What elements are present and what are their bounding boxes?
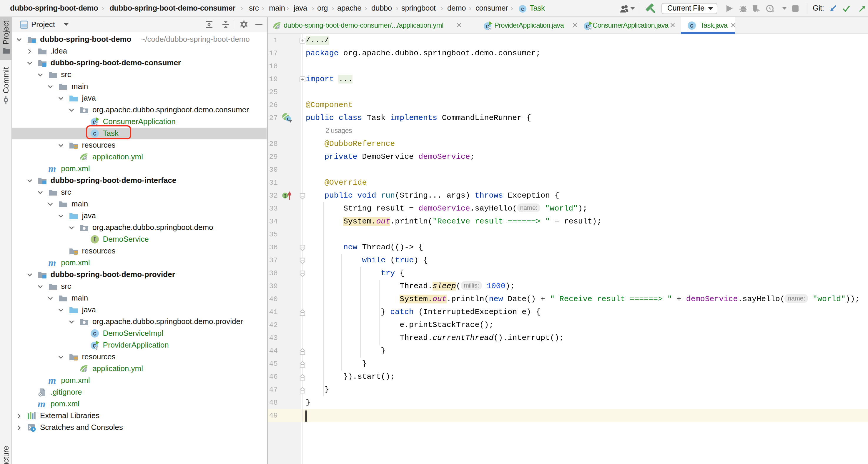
svg-text:m: m (38, 399, 45, 409)
svg-text:C: C (690, 23, 693, 29)
svg-text:I: I (284, 193, 286, 199)
svg-text:m: m (48, 258, 56, 268)
svg-text:C: C (93, 331, 96, 337)
svg-text:C: C (287, 117, 289, 122)
svg-text:m: m (48, 376, 56, 385)
svg-text:C: C (521, 7, 524, 12)
svg-text:m: m (48, 164, 56, 173)
svg-text:I: I (94, 236, 96, 242)
